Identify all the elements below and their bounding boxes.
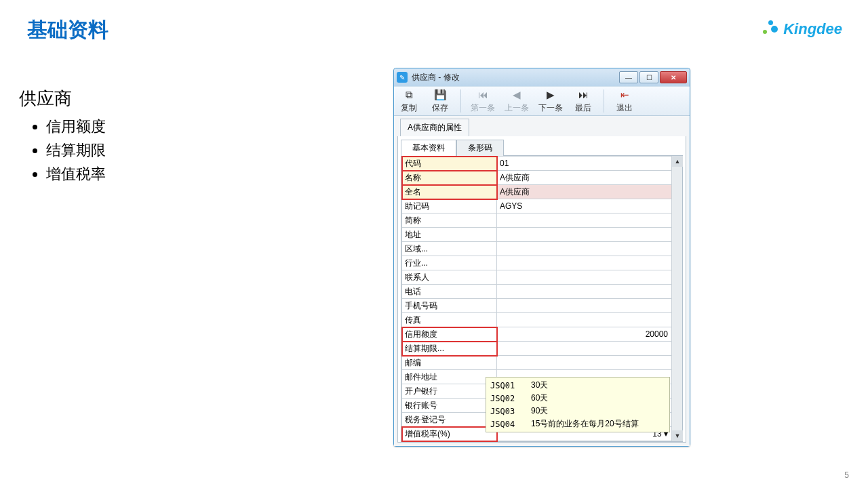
- scroll-down-button[interactable]: ▼: [672, 430, 683, 441]
- sidenote-item: 增值税率: [46, 162, 106, 186]
- field-label: 邮件地址: [402, 370, 497, 384]
- field-label: 全名: [402, 185, 497, 199]
- field-value[interactable]: [497, 242, 682, 256]
- minimize-button[interactable]: —: [619, 71, 638, 83]
- tooltip-row[interactable]: JSQ0415号前的业务在每月20号结算: [486, 418, 669, 430]
- first-icon: ⏮: [478, 89, 488, 101]
- toolbar: ⧉ 复制 💾 保存 ⏮ 第一条 ◀ 上一条 ▶ 下一条 ⏭ 最后 ⇤ 退出: [394, 86, 690, 116]
- logo-icon: [760, 20, 778, 38]
- field-label: 增值税率(%): [402, 427, 497, 441]
- last-record-button[interactable]: ⏭ 最后: [572, 89, 594, 114]
- copy-icon: ⧉: [406, 89, 413, 101]
- app-icon: ✎: [397, 72, 408, 83]
- settlement-tooltip: JSQ0130天JSQ0260天JSQ0390天JSQ0415号前的业务在每月2…: [486, 377, 670, 432]
- tooltip-row[interactable]: JSQ0260天: [486, 392, 669, 405]
- field-label: 传真: [402, 313, 497, 327]
- prev-icon: ◀: [513, 89, 521, 101]
- table-row: 简称: [402, 214, 682, 228]
- field-label: 联系人: [402, 270, 497, 285]
- field-label: 名称: [402, 171, 497, 185]
- table-row: 邮编: [402, 356, 682, 370]
- field-label: 电话: [402, 285, 497, 299]
- field-label: 简称: [402, 214, 497, 228]
- first-record-button[interactable]: ⏮ 第一条: [471, 89, 495, 114]
- field-label: 行业...: [402, 256, 497, 270]
- table-row: 结算期限...: [402, 342, 682, 356]
- window-title: 供应商 - 修改: [412, 72, 460, 83]
- sidenote: 供应商 信用额度 结算期限 增值税率: [19, 87, 106, 186]
- copy-button[interactable]: ⧉ 复制: [398, 89, 420, 114]
- prev-record-button[interactable]: ◀ 上一条: [505, 89, 529, 114]
- tab-barcode[interactable]: 条形码: [456, 140, 504, 156]
- table-row: 传真: [402, 313, 682, 327]
- field-label: 开户银行: [402, 384, 497, 399]
- logo-text: Kingdee: [783, 20, 842, 38]
- field-value[interactable]: A供应商: [497, 171, 682, 185]
- field-label: 区域...: [402, 242, 497, 256]
- table-row: 手机号码: [402, 299, 682, 313]
- field-label: 银行账号: [402, 399, 497, 413]
- close-button[interactable]: ✕: [660, 71, 687, 83]
- save-icon: 💾: [434, 89, 447, 101]
- field-value[interactable]: 20000: [497, 327, 682, 342]
- field-label: 结算期限...: [402, 342, 497, 356]
- table-row: 地址: [402, 228, 682, 242]
- table-row: 信用额度20000: [402, 327, 682, 342]
- field-value[interactable]: AGYS: [497, 199, 682, 214]
- field-value[interactable]: [497, 285, 682, 299]
- scroll-up-button[interactable]: ▲: [672, 156, 683, 167]
- table-row: 区域...: [402, 242, 682, 256]
- table-row: 电话: [402, 285, 682, 299]
- field-label: 助记码: [402, 199, 497, 214]
- field-value[interactable]: 01: [497, 157, 682, 171]
- field-value[interactable]: [497, 342, 682, 356]
- field-label: 代码: [402, 157, 497, 171]
- table-row: 代码01: [402, 157, 682, 171]
- field-value[interactable]: [497, 214, 682, 228]
- logo: Kingdee: [760, 20, 842, 38]
- field-label: 税务登记号: [402, 413, 497, 427]
- table-row: 联系人: [402, 270, 682, 285]
- supplier-edit-window: ✎ 供应商 - 修改 — ☐ ✕ ⧉ 复制 💾 保存 ⏮ 第一条 ◀ 上一条 ▶…: [393, 68, 690, 447]
- maximize-button[interactable]: ☐: [639, 71, 658, 83]
- table-row: 行业...: [402, 256, 682, 270]
- next-icon: ▶: [547, 89, 555, 101]
- field-label: 邮编: [402, 356, 497, 370]
- tab-basic-info[interactable]: 基本资料: [401, 140, 456, 156]
- last-icon: ⏭: [578, 89, 589, 101]
- field-label: 地址: [402, 228, 497, 242]
- sidenote-heading: 供应商: [19, 87, 106, 110]
- next-record-button[interactable]: ▶ 下一条: [538, 89, 563, 114]
- scrollbar[interactable]: ▲ ▼: [671, 156, 682, 441]
- field-value[interactable]: [497, 356, 682, 370]
- field-label: 信用额度: [402, 327, 497, 342]
- tooltip-row[interactable]: JSQ0390天: [486, 405, 669, 418]
- field-value[interactable]: [497, 270, 682, 285]
- field-value[interactable]: [497, 313, 682, 327]
- field-value[interactable]: A供应商: [497, 185, 682, 199]
- save-button[interactable]: 💾 保存: [429, 89, 451, 114]
- titlebar[interactable]: ✎ 供应商 - 修改 — ☐ ✕: [394, 68, 690, 86]
- table-row: 助记码AGYS: [402, 199, 682, 214]
- property-tab[interactable]: A供应商的属性: [400, 119, 469, 136]
- field-label: 手机号码: [402, 299, 497, 313]
- sidenote-item: 结算期限: [46, 138, 106, 162]
- sidenote-item: 信用额度: [46, 115, 106, 138]
- table-row: 名称A供应商: [402, 171, 682, 185]
- field-value[interactable]: [497, 228, 682, 242]
- field-value[interactable]: [497, 256, 682, 270]
- exit-button[interactable]: ⇤ 退出: [614, 89, 635, 114]
- property-grid: 代码01名称A供应商全名A供应商助记码AGYS简称地址区域...行业...联系人…: [401, 156, 683, 442]
- field-value[interactable]: [497, 299, 682, 313]
- slide-title: 基础资料: [27, 16, 108, 44]
- tooltip-row[interactable]: JSQ0130天: [486, 379, 669, 392]
- table-row: 全名A供应商: [402, 185, 682, 199]
- exit-icon: ⇤: [620, 89, 629, 101]
- page-number: 5: [844, 470, 849, 480]
